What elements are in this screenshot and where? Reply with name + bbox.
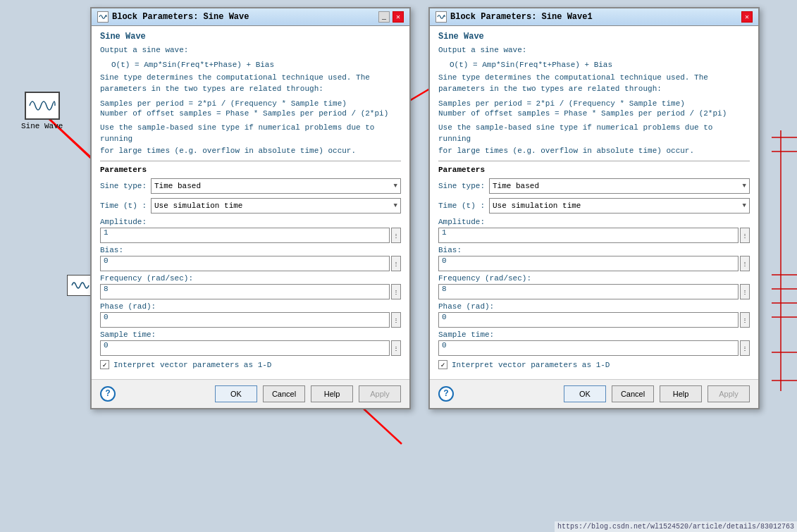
dialog-title-text-2: Block Parameters: Sine Wave1: [450, 12, 593, 22]
bias-row-1: Bias: 0 ⋮: [100, 246, 401, 271]
dialog-titlebar-1[interactable]: Block Parameters: Sine Wave _ ✕: [92, 8, 409, 26]
sample-time-row-2: Sample time: 0 ⋮: [438, 330, 750, 356]
phase-row-2: Phase (rad): 0 ⋮: [438, 302, 750, 328]
section-header-2: Sine Wave: [438, 32, 750, 42]
checkbox-row-1: ✓ Interpret vector parameters as 1-D: [100, 360, 401, 369]
help-icon-btn-1[interactable]: ?: [100, 386, 116, 402]
amplitude-row-1: Amplitude: 1 ⋮: [100, 218, 401, 243]
frequency-menu-btn-2[interactable]: ⋮: [740, 284, 750, 299]
dropdown-arrow-time-1: ▼: [394, 202, 397, 209]
amplitude-menu-btn-1[interactable]: ⋮: [391, 228, 401, 243]
dialog-content-1: Sine Wave Output a sine wave: O(t) = Amp…: [92, 26, 409, 379]
bias-menu-btn-1[interactable]: ⋮: [391, 256, 401, 271]
dialog-titlebar-2[interactable]: Block Parameters: Sine Wave1 ✕: [430, 8, 758, 26]
dialog-window-1: Block Parameters: Sine Wave _ ✕ Sine Wav…: [90, 7, 411, 409]
dialog-title-left-2: Block Parameters: Sine Wave1: [435, 11, 593, 23]
output-label-2: Output a sine wave:: [438, 44, 750, 56]
sine-type-row-2: Sine type: Time based ▼: [438, 178, 750, 194]
bias-menu-btn-2[interactable]: ⋮: [740, 256, 750, 271]
close-btn-1[interactable]: ✕: [393, 11, 404, 23]
dialog-content-2: Sine Wave Output a sine wave: O(t) = Amp…: [430, 26, 758, 379]
apply-button-1[interactable]: Apply: [359, 385, 401, 402]
bias-label-1: Bias:: [100, 246, 401, 254]
minimize-btn-1[interactable]: _: [378, 11, 390, 23]
amplitude-input-2[interactable]: 1: [438, 228, 739, 243]
sine-type-dropdown-1[interactable]: Time based ▼: [151, 178, 401, 194]
bias-input-1[interactable]: 0: [100, 256, 390, 271]
dropdown-arrow-1: ▼: [394, 183, 397, 190]
phase-menu-btn-2[interactable]: ⋮: [740, 312, 750, 328]
amplitude-menu-btn-2[interactable]: ⋮: [740, 228, 750, 243]
params-section-1: Parameters Sine type: Time based ▼ Time …: [100, 161, 401, 369]
math1-1: Samples per period = 2*pi / (Frequency *…: [100, 99, 401, 108]
dropdown-arrow-time-2: ▼: [743, 202, 746, 209]
amplitude-label-2: Amplitude:: [438, 218, 750, 226]
formula-1: O(t) = Amp*Sin(Freq*t+Phase) + Bias: [111, 61, 401, 69]
desc1-2: Sine type determines the computational t…: [438, 72, 750, 95]
sample-time-label-2: Sample time:: [438, 330, 750, 339]
frequency-input-2[interactable]: 8: [438, 284, 739, 299]
frequency-menu-btn-1[interactable]: ⋮: [391, 284, 401, 299]
url-bar: https://blog.csdn.net/wl1524520/article/…: [555, 521, 797, 532]
amplitude-input-1[interactable]: 1: [100, 228, 390, 243]
params-label-1: Parameters: [100, 166, 401, 174]
time-row-2: Time (t) : Use simulation time ▼: [438, 198, 750, 214]
frequency-input-1[interactable]: 8: [100, 284, 390, 299]
phase-label-1: Phase (rad):: [100, 302, 401, 311]
ok-button-2[interactable]: OK: [564, 385, 606, 402]
help-button-2[interactable]: Help: [660, 385, 702, 402]
sample-time-menu-btn-1[interactable]: ⋮: [391, 340, 401, 356]
apply-button-2[interactable]: Apply: [708, 385, 750, 402]
dialog-window-2: Block Parameters: Sine Wave1 ✕ Sine Wave…: [428, 7, 760, 409]
sample-time-input-2[interactable]: 0: [438, 340, 739, 356]
sine-wave-icon: [25, 92, 60, 120]
frequency-row-1: Frequency (rad/sec): 8 ⋮: [100, 274, 401, 299]
sine-type-row-1: Sine type: Time based ▼: [100, 178, 401, 194]
math2-2: Number of offset samples = Phase * Sampl…: [438, 109, 750, 118]
formula-2: O(t) = Amp*Sin(Freq*t+Phase) + Bias: [450, 61, 750, 69]
sample-time-menu-btn-2[interactable]: ⋮: [740, 340, 750, 356]
dialog-footer-2: ? OK Cancel Help Apply: [430, 379, 758, 408]
help-icon-btn-2[interactable]: ?: [438, 386, 454, 402]
simulink-background: Sine Wave → Block Parameters: Sine Wave: [0, 0, 797, 532]
desc1-1: Sine type determines the computational t…: [100, 72, 401, 95]
checkbox-row-2: ✓ Interpret vector parameters as 1-D: [438, 360, 750, 369]
footer-buttons-2: OK Cancel Help Apply: [564, 385, 750, 402]
phase-input-1[interactable]: 0: [100, 312, 390, 328]
frequency-row-2: Frequency (rad/sec): 8 ⋮: [438, 274, 750, 299]
time-label-2: Time (t) :: [438, 202, 485, 210]
sine-wave-block[interactable]: Sine Wave: [21, 92, 63, 130]
bias-input-2[interactable]: 0: [438, 256, 739, 271]
time-dropdown-1[interactable]: Use simulation time ▼: [151, 198, 401, 214]
sine-type-dropdown-2[interactable]: Time based ▼: [489, 178, 750, 194]
frequency-label-1: Frequency (rad/sec):: [100, 274, 401, 283]
cancel-button-2[interactable]: Cancel: [612, 385, 654, 402]
phase-input-2[interactable]: 0: [438, 312, 739, 328]
checkbox-1[interactable]: ✓: [100, 360, 109, 369]
ok-button-1[interactable]: OK: [215, 385, 257, 402]
phase-row-1: Phase (rad): 0 ⋮: [100, 302, 401, 328]
output-label-1: Output a sine wave:: [100, 44, 401, 56]
amplitude-row-2: Amplitude: 1 ⋮: [438, 218, 750, 243]
phase-label-2: Phase (rad):: [438, 302, 750, 311]
help-button-1[interactable]: Help: [311, 385, 353, 402]
title-icon-2: [435, 11, 447, 23]
sample-time-input-1[interactable]: 0: [100, 340, 390, 356]
sample-time-label-1: Sample time:: [100, 330, 401, 339]
time-row-1: Time (t) : Use simulation time ▼: [100, 198, 401, 214]
dialog-footer-1: ? OK Cancel Help Apply: [92, 379, 409, 408]
sine-type-label-2: Sine type:: [438, 182, 485, 190]
time-dropdown-2[interactable]: Use simulation time ▼: [489, 198, 750, 214]
bias-label-2: Bias:: [438, 246, 750, 254]
close-btn-2[interactable]: ✕: [741, 11, 753, 23]
cancel-button-1[interactable]: Cancel: [263, 385, 305, 402]
checkbox-2[interactable]: ✓: [438, 360, 447, 369]
dialog-title-left-1: Block Parameters: Sine Wave: [97, 11, 249, 23]
checkbox-label-2: Interpret vector parameters as 1-D: [452, 361, 610, 369]
math1-2: Samples per period = 2*pi / (Frequency *…: [438, 99, 750, 108]
footer-buttons-1: OK Cancel Help Apply: [215, 385, 401, 402]
amplitude-label-1: Amplitude:: [100, 218, 401, 226]
phase-menu-btn-1[interactable]: ⋮: [391, 312, 401, 328]
params-section-2: Parameters Sine type: Time based ▼ Time …: [438, 161, 750, 369]
dialog-title-text-1: Block Parameters: Sine Wave: [112, 12, 249, 22]
